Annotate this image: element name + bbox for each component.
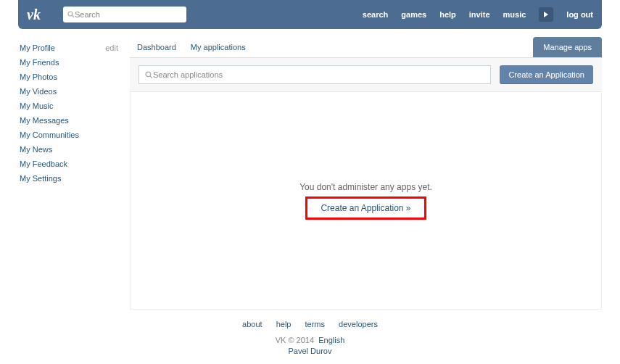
footer-author[interactable]: Pavel Durov [289,347,332,355]
vk-logo[interactable]: vk [27,7,53,22]
sidebar-item-friends[interactable]: My Friends [20,58,59,67]
sidebar-edit-link[interactable]: edit [105,44,118,52]
highlight-annotation: Create an Application » [305,197,426,220]
footer-copyright: VK © 2014 [276,336,314,344]
content-area: You don't administer any apps yet. Creat… [130,92,602,310]
svg-line-5 [150,75,152,78]
svg-line-2 [72,15,74,17]
toolbar: Create an Application [130,58,602,92]
svg-point-4 [146,72,151,77]
create-app-button[interactable]: Create an Application [500,65,593,84]
svg-marker-3 [544,12,548,17]
nav-logout[interactable]: log out [566,10,593,19]
tabs-bar: Dashboard My applications Manage apps [130,35,602,58]
sidebar-item-settings[interactable]: My Settings [20,174,61,183]
footer-terms[interactable]: terms [305,320,326,328]
footer-about[interactable]: about [242,320,263,328]
sidebar-item-communities[interactable]: My Communities [20,131,79,139]
tab-my-applications[interactable]: My applications [183,37,253,57]
search-icon [145,71,153,79]
global-search-input[interactable] [75,10,182,19]
nav-search[interactable]: search [363,10,388,19]
main-content: Dashboard My applications Manage apps Cr… [130,35,602,310]
footer-language[interactable]: English [318,336,344,344]
footer-help[interactable]: help [276,320,292,328]
sidebar-item-feedback[interactable]: My Feedback [20,160,67,168]
play-button[interactable] [539,7,553,22]
tab-manage-apps[interactable]: Manage apps [533,37,602,57]
svg-text:vk: vk [27,7,41,22]
app-search-input[interactable] [153,70,484,79]
create-app-link[interactable]: Create an Application » [321,203,410,213]
tab-dashboard[interactable]: Dashboard [130,37,183,57]
sidebar-item-messages[interactable]: My Messages [20,116,69,125]
nav-invite[interactable]: invite [469,10,490,19]
empty-state-text: You don't administer any apps yet. [299,182,432,192]
app-search[interactable] [139,65,491,84]
sidebar: My Profileedit My Friends My Photos My V… [18,35,120,310]
sidebar-item-news[interactable]: My News [20,145,52,154]
footer: about help terms developers VK © 2014 En… [0,320,620,355]
search-icon [67,11,75,18]
footer-developers[interactable]: developers [339,320,378,328]
nav-help[interactable]: help [439,10,456,19]
svg-point-1 [68,12,73,16]
global-search[interactable] [63,7,186,22]
nav-music[interactable]: music [503,10,526,19]
nav-games[interactable]: games [401,10,426,19]
sidebar-item-music[interactable]: My Music [20,102,53,110]
sidebar-item-photos[interactable]: My Photos [20,73,57,81]
sidebar-item-profile[interactable]: My Profile [20,44,55,52]
sidebar-item-videos[interactable]: My Videos [20,87,57,96]
header: vk search games help invite music log ou… [18,0,602,29]
